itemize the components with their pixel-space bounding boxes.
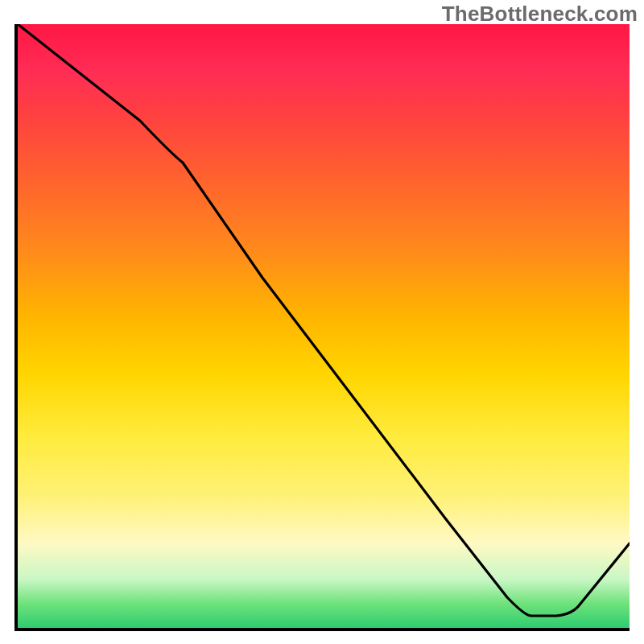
watermark-label: TheBottleneck.com bbox=[442, 2, 638, 27]
bottleneck-curve bbox=[18, 24, 630, 616]
chart-stage: TheBottleneck.com bbox=[0, 0, 644, 644]
plot-area bbox=[14, 24, 630, 631]
curve-svg bbox=[18, 24, 630, 628]
